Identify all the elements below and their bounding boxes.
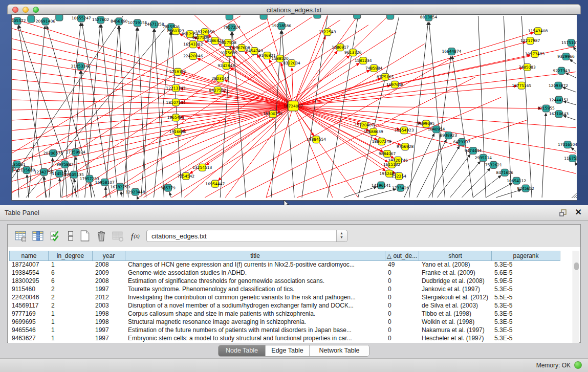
graph-node[interactable] xyxy=(260,15,267,19)
column-header-in-degree[interactable]: in_degree xyxy=(49,251,93,261)
graph-node[interactable]: 11543408 xyxy=(528,28,548,35)
graph-node[interactable]: 19218586 xyxy=(272,23,291,30)
column-header-short[interactable]: short xyxy=(419,251,492,261)
table-row[interactable]: 2242004622012Investigating the contribut… xyxy=(8,294,574,302)
graph-node[interactable]: 19384554 xyxy=(307,136,326,143)
graph-node[interactable]: 8813054 xyxy=(420,15,438,21)
graph-node[interactable]: 985779 xyxy=(161,184,176,191)
table-row[interactable]: 977716911998Corpus callosum shape and si… xyxy=(8,310,574,318)
graph-node[interactable]: 1965493 xyxy=(167,114,185,121)
network-view-canvas[interactable]: 2405572206914061065524715276028466160107… xyxy=(11,14,577,201)
table-row[interactable]: 946554611997Estimation of the future num… xyxy=(8,326,574,335)
graph-node[interactable]: 20206576 xyxy=(43,150,63,157)
graph-node[interactable]: 8215955 xyxy=(537,105,555,112)
graph-node[interactable]: 39159 xyxy=(12,165,16,172)
graph-node[interactable]: 17016504 xyxy=(558,141,577,148)
graph-node[interactable]: 10655247 xyxy=(72,15,91,22)
graph-node[interactable] xyxy=(387,15,394,19)
graph-node[interactable]: 1581234 xyxy=(355,57,372,64)
graph-node[interactable] xyxy=(28,15,35,23)
graph-node[interactable]: 22420046 xyxy=(183,53,203,60)
graph-node[interactable]: 1615132 xyxy=(383,161,400,168)
graph-node[interactable]: 18107554 xyxy=(166,99,185,106)
graph-node[interactable]: 9329966 xyxy=(557,53,575,60)
table-select-combo[interactable]: citations_edges.txt ▲▼ xyxy=(146,230,347,242)
column-header-pagerank[interactable]: pagerank xyxy=(492,251,560,261)
graph-node[interactable]: 10688639 xyxy=(364,128,383,136)
select-column-icon[interactable] xyxy=(31,229,45,243)
graph-node[interactable]: 8322034 xyxy=(283,60,300,67)
graph-node[interactable]: 16954447 xyxy=(205,180,225,187)
tab-network-table[interactable]: Network Table xyxy=(310,345,369,356)
float-panel-icon[interactable] xyxy=(558,208,568,217)
graph-node[interactable]: 16644874 xyxy=(442,48,461,55)
graph-node[interactable]: 18807249 xyxy=(372,138,391,145)
graph-node[interactable]: 8466160 xyxy=(111,18,128,25)
graph-node[interactable]: 2718120 xyxy=(169,68,187,75)
graph-node[interactable]: 9175685 xyxy=(221,50,238,57)
selection-mode-icon[interactable] xyxy=(49,229,62,243)
network-window[interactable]: citations_edges.txt 24055722069140610655… xyxy=(7,4,581,201)
delete-column-icon[interactable] xyxy=(111,229,124,243)
tab-edge-table[interactable]: Edge Table xyxy=(266,345,310,356)
graph-node[interactable] xyxy=(56,15,63,21)
graph-node[interactable]: 1840954 xyxy=(428,126,445,133)
table-row[interactable]: 1872400712008Changes of HCN gene express… xyxy=(8,261,574,269)
graph-node[interactable]: 15751074 xyxy=(561,39,577,47)
graph-node[interactable]: 1916680 xyxy=(169,128,187,136)
graph-node[interactable]: 7254542 xyxy=(178,172,194,180)
window-titlebar[interactable]: citations_edges.txt xyxy=(7,4,581,14)
graph-node[interactable]: 20691406 xyxy=(36,18,55,25)
column-header-name[interactable]: name xyxy=(9,251,49,261)
table-row[interactable]: 946362711997Embryonic stem cells: a mode… xyxy=(8,335,574,343)
delete-table-icon[interactable] xyxy=(95,229,108,243)
column-header-title[interactable]: title xyxy=(125,251,385,261)
table-row[interactable]: 1456911722003Disruption of a novel membe… xyxy=(8,302,574,310)
graph-node[interactable]: 12217987 xyxy=(520,37,540,45)
graph-node[interactable]: 1733426 xyxy=(392,184,409,191)
table-row[interactable]: 969969511998Structural magnetic resonanc… xyxy=(8,318,574,326)
column-header-out-de-[interactable]: △ out_de... xyxy=(385,251,419,261)
graph-node[interactable]: 7957224 xyxy=(224,24,241,31)
graph-node[interactable]: 1527602 xyxy=(92,16,109,24)
graph-node[interactable]: 2405572 xyxy=(12,17,26,25)
graph-node[interactable]: 9699695 xyxy=(418,120,435,127)
scrollbar-thumb[interactable] xyxy=(574,262,579,270)
graph-node[interactable]: 1115689 xyxy=(18,166,35,173)
graph-node[interactable]: 15720407 xyxy=(355,122,374,129)
graph-node[interactable]: 8938923 xyxy=(440,132,458,139)
graph-node[interactable]: 1167531 xyxy=(564,155,577,162)
graph-node[interactable]: 7532621 xyxy=(485,161,503,168)
graph-node[interactable]: 7485083 xyxy=(519,63,536,71)
graph-node[interactable]: 9227343 xyxy=(553,67,570,74)
graph-node[interactable]: 252254 xyxy=(391,172,406,180)
function-builder-icon[interactable]: f(x) xyxy=(129,229,143,243)
graph-node[interactable]: 12444151 xyxy=(549,96,569,103)
graph-node[interactable]: 16543382 xyxy=(183,41,203,48)
graph-node[interactable]: 6479197 xyxy=(453,139,471,146)
graph-node[interactable]: 8471676 xyxy=(496,169,514,176)
table-row[interactable]: 1938455462009Genome-wide association stu… xyxy=(8,269,574,277)
graph-node[interactable]: 9975887 xyxy=(56,161,74,168)
graph-node[interactable]: 2935114 xyxy=(475,154,492,161)
graph-node[interactable]: 9474444 xyxy=(465,147,482,155)
table-row[interactable]: 911546021997Tourette syndrome. Phenomeno… xyxy=(8,286,574,294)
graph-node[interactable]: 10654112 xyxy=(507,177,526,184)
graph-node[interactable]: 1122543 xyxy=(319,29,336,36)
table-row[interactable]: 1830029562008Estimation of significance … xyxy=(8,277,574,286)
table-scrollbar[interactable] xyxy=(573,251,579,343)
graph-node[interactable]: 9884067 xyxy=(379,150,396,158)
graph-node[interactable]: 18775165 xyxy=(512,82,531,89)
graph-node[interactable]: 12923448 xyxy=(126,188,145,195)
graph-node[interactable]: 19654923 xyxy=(395,127,414,134)
rows-icon[interactable] xyxy=(64,229,77,243)
graph-node[interactable] xyxy=(314,15,321,18)
column-header-year[interactable]: year xyxy=(93,251,125,261)
graph-node[interactable] xyxy=(226,15,233,20)
graph-node[interactable] xyxy=(354,15,361,19)
graph-node[interactable]: 9756928 xyxy=(397,143,414,150)
close-panel-icon[interactable]: ✕ xyxy=(575,207,582,217)
graph-node[interactable]: 8427552 xyxy=(209,86,226,94)
new-table-icon[interactable] xyxy=(78,229,92,243)
table-settings-icon[interactable] xyxy=(14,229,27,243)
